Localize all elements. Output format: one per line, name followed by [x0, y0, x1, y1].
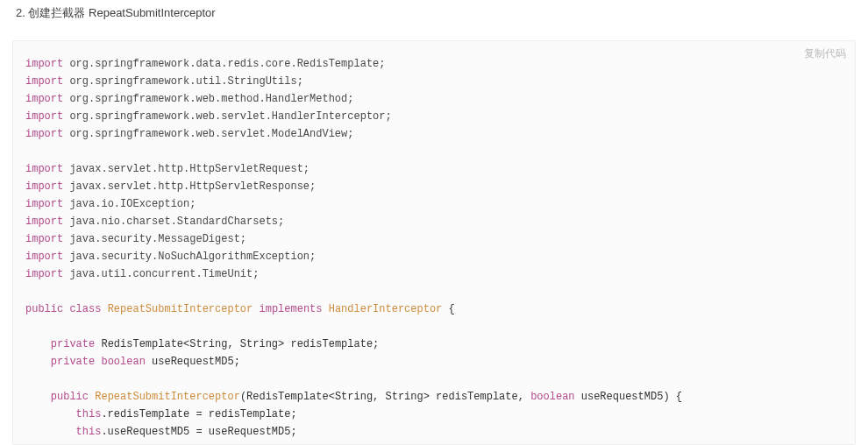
ctor-name: RepeatSubmitInterceptor — [95, 391, 240, 403]
brace: { — [442, 303, 454, 315]
ctor-param: useRequestMD5) { — [575, 391, 682, 403]
kw-import: import — [25, 198, 63, 210]
field-decl: RedisTemplate<String, String> redisTempl… — [95, 338, 379, 350]
kw-implements: implements — [259, 303, 322, 315]
import-line: java.io.IOException; — [69, 198, 196, 210]
class-name: RepeatSubmitInterceptor — [108, 303, 253, 315]
import-line: org.springframework.util.StringUtils; — [69, 75, 302, 88]
import-line: java.security.NoSuchAlgorithmException; — [69, 251, 316, 263]
copy-code-button[interactable]: 复制代码 — [804, 46, 846, 61]
kw-import: import — [25, 215, 63, 228]
kw-this: this — [76, 426, 102, 438]
kw-import: import — [25, 75, 63, 88]
kw-import: import — [25, 58, 63, 70]
kw-import: import — [25, 251, 63, 263]
kw-private: private — [51, 338, 95, 350]
import-line: java.nio.charset.StandardCharsets; — [69, 215, 284, 228]
import-line: java.security.MessageDigest; — [69, 233, 246, 245]
import-line: org.springframework.web.method.HandlerMe… — [69, 93, 353, 105]
kw-public: public — [25, 303, 63, 315]
import-line: java.util.concurrent.TimeUnit; — [69, 268, 259, 280]
kw-import: import — [25, 110, 63, 123]
kw-boolean: boolean — [101, 356, 145, 368]
interface-name: HandlerInterceptor — [329, 303, 443, 315]
code-content: import org.springframework.data.redis.co… — [25, 55, 843, 445]
ctor-body: .useRequestMD5 = useRequestMD5; — [101, 426, 296, 438]
import-line: javax.servlet.http.HttpServletResponse; — [69, 180, 316, 193]
kw-import: import — [25, 233, 63, 245]
import-line: org.springframework.web.servlet.HandlerI… — [69, 110, 391, 123]
section-heading: 2. 创建拦截器 RepeatSubmitInterceptor — [0, 0, 868, 21]
kw-private: private — [51, 356, 95, 368]
ctor-sig: (RedisTemplate<String, String> redisTemp… — [240, 391, 530, 403]
kw-import: import — [25, 128, 63, 140]
ctor-body: .redisTemplate = redisTemplate; — [101, 408, 296, 420]
field-decl: useRequestMD5; — [146, 356, 240, 368]
kw-import: import — [25, 93, 63, 105]
kw-class: class — [69, 303, 101, 315]
import-line: org.springframework.data.redis.core.Redi… — [69, 58, 385, 70]
kw-import: import — [25, 163, 63, 175]
kw-this: this — [76, 408, 102, 420]
kw-public: public — [51, 391, 89, 403]
kw-import: import — [25, 268, 63, 280]
kw-boolean: boolean — [530, 391, 574, 403]
kw-import: import — [25, 180, 63, 193]
import-line: javax.servlet.http.HttpServletRequest; — [69, 163, 309, 175]
code-block: 复制代码 import org.springframework.data.red… — [12, 40, 856, 445]
import-line: org.springframework.web.servlet.ModelAnd… — [69, 128, 353, 140]
